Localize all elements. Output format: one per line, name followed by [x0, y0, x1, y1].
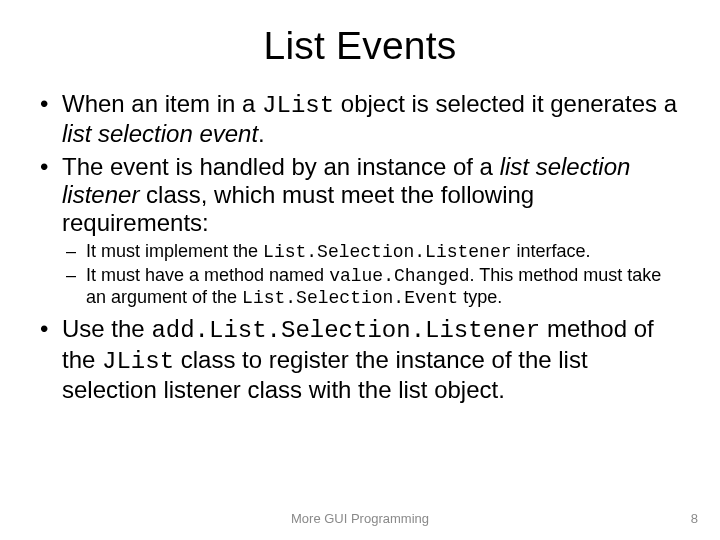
bullet-list: When an item in a JList object is select…	[34, 90, 686, 404]
code-list-selection-event: List.Selection.Event	[242, 288, 458, 308]
text: interface.	[512, 241, 591, 261]
sub-bullet-item-2: It must have a method named value.Change…	[62, 265, 686, 309]
bullet-item-1: When an item in a JList object is select…	[34, 90, 686, 149]
bullet-item-2: The event is handled by an instance of a…	[34, 153, 686, 310]
bullet-item-3: Use the add.List.Selection.Listener meth…	[34, 315, 686, 404]
code-list-selection-listener: List.Selection.Listener	[263, 242, 511, 262]
text: It must have a method named	[86, 265, 329, 285]
em-list-selection-event: list selection event	[62, 120, 258, 147]
text: Use the	[62, 315, 151, 342]
text: The event is handled by an instance of a	[62, 153, 500, 180]
text: .	[258, 120, 265, 147]
code-value-changed: value.Changed	[329, 266, 469, 286]
text: When an item in a	[62, 90, 262, 117]
code-jlist-2: JList	[102, 348, 174, 375]
code-add-list-selection-listener: add.List.Selection.Listener	[151, 317, 540, 344]
slide-title: List Events	[34, 24, 686, 68]
footer-text: More GUI Programming	[0, 511, 720, 526]
code-jlist: JList	[262, 92, 334, 119]
slide: List Events When an item in a JList obje…	[0, 0, 720, 540]
text: It must implement the	[86, 241, 263, 261]
sub-bullet-item-1: It must implement the List.Selection.Lis…	[62, 241, 686, 263]
sub-bullet-list: It must implement the List.Selection.Lis…	[62, 241, 686, 310]
page-number: 8	[691, 511, 698, 526]
text: object is selected it generates a	[334, 90, 677, 117]
text: type.	[458, 287, 502, 307]
